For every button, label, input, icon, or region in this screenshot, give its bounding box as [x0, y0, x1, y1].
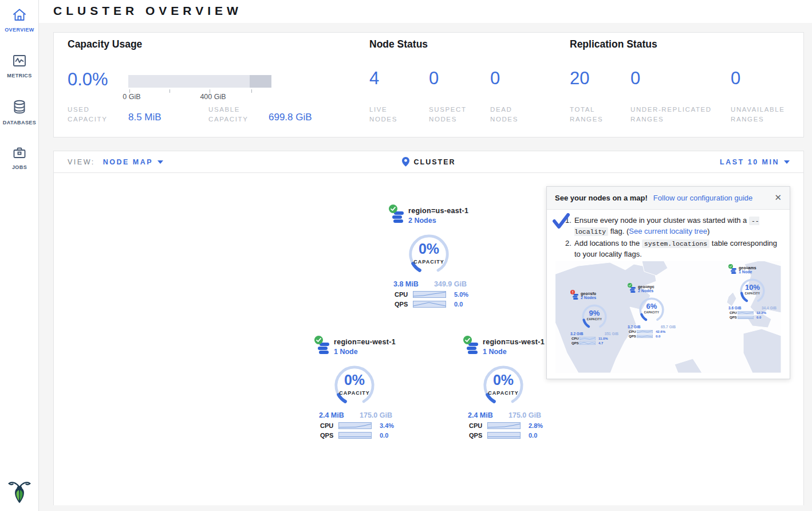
dead-nodes-value: 0 — [490, 68, 500, 89]
geo-label: geo=ams — [739, 264, 756, 270]
capacity-gauge: 0% CAPACITY — [481, 363, 526, 408]
region-label: region=us-east-1 — [408, 207, 468, 215]
cpu-value: 12.3% — [756, 311, 766, 315]
capacity-usage-bar — [128, 75, 271, 88]
status-ok-icon — [314, 336, 323, 344]
time-range-selector[interactable]: LAST 10 MIN — [720, 158, 790, 166]
top-bar: CLUSTER OVERVIEW — [39, 0, 812, 23]
sidebar-item-overview[interactable]: OVERVIEW — [0, 0, 39, 46]
node-group-eu-west-1: region=eu-west-1 1 Node 0% CAPACITY 2.4 … — [308, 336, 401, 439]
sidebar-item-metrics[interactable]: METRICS — [0, 46, 39, 92]
qps-sparkline — [413, 301, 446, 308]
capacity-percent: 9% — [581, 309, 608, 317]
sidebar-item-label: DATABASES — [0, 120, 39, 125]
capacity-values: 3.8 MiB 349.9 GiB — [382, 277, 476, 288]
cpu-metric: CPU 2.8% — [456, 422, 550, 429]
suspect-nodes-value: 0 — [429, 68, 439, 89]
popup-header: See your nodes on a map! Follow our conf… — [547, 187, 790, 210]
node-stack-icon — [467, 343, 479, 356]
cpu-label: CPU — [395, 291, 413, 298]
cpu-sparkline — [487, 422, 521, 429]
qps-value: 4.7 — [598, 341, 603, 345]
preview-node-ams: geo=ams 1 Node 10% CAPACITY — [726, 264, 779, 319]
node-group-icon — [463, 336, 483, 357]
unavailable-ranges-value: 0 — [731, 68, 740, 89]
page-title: CLUSTER OVERVIEW — [53, 4, 242, 18]
configuration-guide-link[interactable]: Follow our configuration guide — [653, 194, 752, 202]
capacity-label: CAPACITY — [638, 311, 665, 314]
capacity-used: 2.4 MiB — [319, 411, 344, 419]
capacity-label: CAPACITY — [739, 292, 766, 295]
cpu-metric: CPU 5.0% — [382, 291, 476, 298]
node-group-icon — [570, 290, 581, 301]
sidebar-item-jobs[interactable]: JOBS — [0, 137, 39, 183]
nodes-link[interactable]: 2 Nodes — [408, 217, 436, 225]
step-text: flag. ( — [608, 227, 629, 235]
step-text: Add locations to the — [574, 239, 642, 247]
node-stack-icon — [573, 294, 579, 301]
under-replicated-ranges-label: UNDER-REPLICATED RANGES — [630, 105, 728, 124]
qps-metric: QPS 0.0 — [382, 301, 476, 308]
total-ranges-value: 20 — [570, 68, 589, 89]
cluster-overview-page: OVERVIEW METRICS DATABASES JO — [0, 0, 812, 511]
cpu-metric: CPU 12.3% — [726, 311, 779, 315]
node-stack-icon — [392, 211, 405, 225]
cpu-metric: CPU 11.0% — [568, 337, 621, 340]
capacity-used: 3.8 MiB — [393, 280, 419, 288]
capacity-percent: 0% — [332, 372, 377, 388]
node-group-icon — [728, 264, 739, 276]
node-group-icon — [389, 205, 408, 226]
cpu-label: CPU — [571, 337, 580, 340]
node-group-header: region=us-west-1 1 Node — [456, 336, 550, 357]
geo-label: geo=sfo — [581, 290, 596, 296]
node-stack-icon — [630, 287, 636, 294]
unavailable-ranges-label: UNAVAILABLE RANGES — [731, 105, 799, 124]
cpu-value: 3.4% — [380, 422, 394, 429]
cpu-label: CPU — [629, 330, 637, 333]
cpu-value: 5.0% — [454, 291, 468, 298]
breadcrumb-label: CLUSTER — [413, 158, 455, 166]
qps-value: 0.0 — [380, 432, 388, 439]
nodes-link[interactable]: 1 Node — [483, 348, 507, 356]
cpu-metric: CPU 42.6% — [625, 330, 678, 333]
time-range-value: LAST 10 MIN — [720, 158, 779, 166]
code-chip: system.locations — [642, 239, 709, 248]
qps-sparkline — [338, 432, 372, 439]
qps-metric: QPS 0.0 — [456, 432, 550, 439]
axis-tick-label: 0 GiB — [123, 93, 140, 101]
qps-sparkline — [738, 316, 754, 319]
sidebar-item-databases[interactable]: DATABASES — [0, 92, 39, 137]
setup-step-2: 2.Add locations to the system.locations … — [565, 238, 782, 260]
capacity-values: 2.4 MiB 175.0 GiB — [308, 408, 401, 419]
capacity-gauge: 10% CAPACITY — [739, 277, 766, 305]
capacity-used: 3.7 GiB — [628, 325, 640, 329]
capacity-gauge: 6% CAPACITY — [638, 296, 665, 324]
step-text: ) — [707, 227, 709, 235]
view-bar: VIEW: NODE MAP CLUSTER LAST 10 MIN — [54, 151, 803, 173]
qps-metric: QPS 0.0 — [625, 335, 678, 338]
capacity-label: CAPACITY — [407, 259, 451, 265]
close-icon[interactable]: ✕ — [774, 192, 782, 203]
nodes-count: 1 Node — [739, 270, 756, 274]
preview-node-header: geo=sfo 2 Nodes — [568, 290, 621, 301]
capacity-gauge: 0% CAPACITY — [407, 232, 451, 277]
capacity-usage-title: Capacity Usage — [68, 38, 142, 50]
qps-label: QPS — [571, 341, 580, 345]
view-selector[interactable]: NODE MAP — [103, 158, 163, 166]
capacity-total: 34.4 GiB — [762, 306, 776, 310]
qps-label: QPS — [469, 432, 487, 439]
qps-value: 0.0 — [756, 316, 761, 319]
qps-value: 0.0 — [454, 301, 463, 308]
suspect-nodes-label: SUSPECT NODES — [429, 105, 480, 124]
status-ok-icon — [463, 336, 472, 344]
capacity-usage-bar-segment — [250, 75, 271, 88]
cpu-label: CPU — [730, 311, 738, 315]
nodes-link[interactable]: 1 Node — [334, 348, 358, 356]
capacity-used: 3.2 GiB — [570, 332, 583, 336]
total-ranges-label: TOTAL RANGES — [570, 105, 616, 124]
qps-metric: QPS 0.0 — [308, 432, 401, 439]
nodes-count: 2 Nodes — [638, 289, 655, 293]
locality-tree-link[interactable]: See current locality tree — [629, 227, 707, 235]
node-map-panel: VIEW: NODE MAP CLUSTER LAST 10 MIN — [53, 151, 804, 505]
capacity-percent: 6% — [638, 302, 665, 310]
